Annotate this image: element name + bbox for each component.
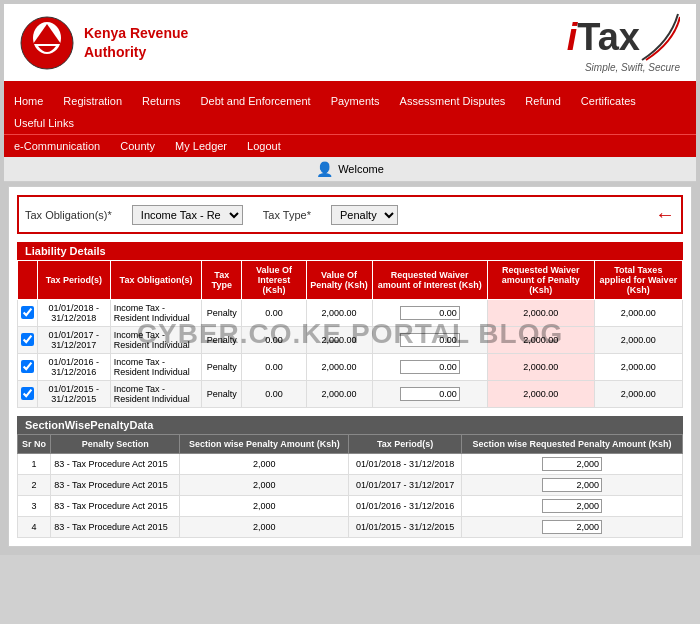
row-obligation-2: Income Tax - Resident Individual [110, 354, 202, 381]
sectionwise-row-1: 1 83 - Tax Procedure Act 2015 2,000 01/0… [18, 454, 683, 475]
obligation-label: Tax Obligation(s)* [25, 209, 112, 221]
sw-sr-2: 3 [18, 496, 51, 517]
row-obligation-3: Income Tax - Resident Individual [110, 381, 202, 408]
nav-returns[interactable]: Returns [132, 90, 191, 112]
row-req-interest-3[interactable] [372, 381, 487, 408]
row-penalty-1: 2,000.00 [306, 327, 372, 354]
itax-logo: i Tax Simple, Swift, Secure [567, 12, 680, 73]
sw-req-2[interactable] [461, 496, 682, 517]
row-period-0: 01/01/2018 - 31/12/2018 [38, 300, 111, 327]
nav-ledger[interactable]: My Ledger [165, 135, 237, 157]
row-req-penalty-2: 2,000.00 [487, 354, 594, 381]
row-period-3: 01/01/2015 - 31/12/2015 [38, 381, 111, 408]
sw-col-req-amount: Section wise Requested Penalty Amount (K… [461, 435, 682, 454]
sectionwise-row-3: 3 83 - Tax Procedure Act 2015 2,000 01/0… [18, 496, 683, 517]
row-req-interest-0[interactable] [372, 300, 487, 327]
itax-tagline: Simple, Swift, Secure [567, 62, 680, 73]
sw-amount-1: 2,000 [180, 475, 349, 496]
tax-type-select[interactable]: Penalty [331, 205, 398, 225]
row-period-2: 01/01/2016 - 31/12/2016 [38, 354, 111, 381]
row-interest-1: 0.00 [242, 327, 306, 354]
sw-amount-0: 2,000 [180, 454, 349, 475]
sw-sr-0: 1 [18, 454, 51, 475]
nav-home[interactable]: Home [4, 90, 53, 112]
nav-assessment[interactable]: Assessment Disputes [390, 90, 516, 112]
row-check-0[interactable] [18, 300, 38, 327]
sw-section-0: 83 - Tax Procedure Act 2015 [51, 454, 180, 475]
col-check [18, 261, 38, 300]
welcome-bar: 👤 Welcome [4, 157, 696, 182]
row-total-3: 2,000.00 [594, 381, 682, 408]
sw-sr-3: 4 [18, 517, 51, 538]
sectionwise-table: Sr No Penalty Section Section wise Penal… [17, 434, 683, 538]
liability-table-container: CYBER.CO.KE PORTAL BLOG Tax Period(s) Ta… [17, 260, 683, 408]
sw-col-amount: Section wise Penalty Amount (Ksh) [180, 435, 349, 454]
liability-row-2: 01/01/2017 - 31/12/2017 Income Tax - Res… [18, 327, 683, 354]
nav-logout[interactable]: Logout [237, 135, 291, 157]
row-interest-0: 0.00 [242, 300, 306, 327]
sectionwise-row-2: 2 83 - Tax Procedure Act 2015 2,000 01/0… [18, 475, 683, 496]
sectionwise-row-4: 4 83 - Tax Procedure Act 2015 2,000 01/0… [18, 517, 683, 538]
row-type-2: Penalty [202, 354, 242, 381]
nav-top: Home Registration Returns Debt and Enfor… [4, 90, 696, 134]
row-type-3: Penalty [202, 381, 242, 408]
nav-useful[interactable]: Useful Links [4, 112, 84, 134]
row-total-0: 2,000.00 [594, 300, 682, 327]
sw-period-0: 01/01/2018 - 31/12/2018 [349, 454, 462, 475]
sw-req-0[interactable] [461, 454, 682, 475]
col-req-interest: Requested Waiver amount of Interest (Ksh… [372, 261, 487, 300]
row-interest-2: 0.00 [242, 354, 306, 381]
col-total: Total Taxes applied for Waiver (Ksh) [594, 261, 682, 300]
org-name: Kenya Revenue Authority [84, 24, 188, 60]
sw-section-2: 83 - Tax Procedure Act 2015 [51, 496, 180, 517]
nav-debt[interactable]: Debt and Enforcement [191, 90, 321, 112]
col-type: Tax Type [202, 261, 242, 300]
sw-col-sr: Sr No [18, 435, 51, 454]
row-period-1: 01/01/2017 - 31/12/2017 [38, 327, 111, 354]
sw-req-1[interactable] [461, 475, 682, 496]
tax-obligation-select[interactable]: Income Tax - Re [132, 205, 243, 225]
svg-point-3 [41, 30, 53, 42]
sw-section-3: 83 - Tax Procedure Act 2015 [51, 517, 180, 538]
nav-registration[interactable]: Registration [53, 90, 132, 112]
row-penalty-3: 2,000.00 [306, 381, 372, 408]
liability-row-3: 01/01/2016 - 31/12/2016 Income Tax - Res… [18, 354, 683, 381]
row-type-1: Penalty [202, 327, 242, 354]
nav-county[interactable]: County [110, 135, 165, 157]
nav-ecomm[interactable]: e-Communication [4, 135, 110, 157]
row-check-1[interactable] [18, 327, 38, 354]
row-req-penalty-1: 2,000.00 [487, 327, 594, 354]
kra-logo-icon [20, 16, 74, 70]
arrow-indicator: ← [655, 203, 675, 226]
nav-certificates[interactable]: Certificates [571, 90, 646, 112]
tax-type-label: Tax Type* [263, 209, 311, 221]
sw-req-3[interactable] [461, 517, 682, 538]
sw-period-1: 01/01/2017 - 31/12/2017 [349, 475, 462, 496]
nav-bottom: e-Communication County My Ledger Logout [4, 134, 696, 157]
obligation-row: Tax Obligation(s)* Income Tax - Re Tax T… [17, 195, 683, 234]
nav-refund[interactable]: Refund [515, 90, 570, 112]
col-penalty-val: Value Of Penalty (Ksh) [306, 261, 372, 300]
sw-col-period: Tax Period(s) [349, 435, 462, 454]
row-penalty-0: 2,000.00 [306, 300, 372, 327]
row-check-2[interactable] [18, 354, 38, 381]
row-interest-3: 0.00 [242, 381, 306, 408]
row-req-penalty-0: 2,000.00 [487, 300, 594, 327]
row-req-penalty-3: 2,000.00 [487, 381, 594, 408]
sectionwise-header: SectionWisePenaltyData [17, 416, 683, 434]
liability-section-header: Liability Details [17, 242, 683, 260]
sw-period-2: 01/01/2016 - 31/12/2016 [349, 496, 462, 517]
row-req-interest-1[interactable] [372, 327, 487, 354]
sw-sr-1: 2 [18, 475, 51, 496]
row-total-1: 2,000.00 [594, 327, 682, 354]
sw-col-section: Penalty Section [51, 435, 180, 454]
welcome-text: Welcome [338, 163, 384, 175]
sw-amount-3: 2,000 [180, 517, 349, 538]
row-type-0: Penalty [202, 300, 242, 327]
liability-row-1: 01/01/2018 - 31/12/2018 Income Tax - Res… [18, 300, 683, 327]
user-icon: 👤 [316, 161, 333, 177]
logo-area: Kenya Revenue Authority [20, 16, 188, 70]
row-req-interest-2[interactable] [372, 354, 487, 381]
nav-payments[interactable]: Payments [321, 90, 390, 112]
row-check-3[interactable] [18, 381, 38, 408]
